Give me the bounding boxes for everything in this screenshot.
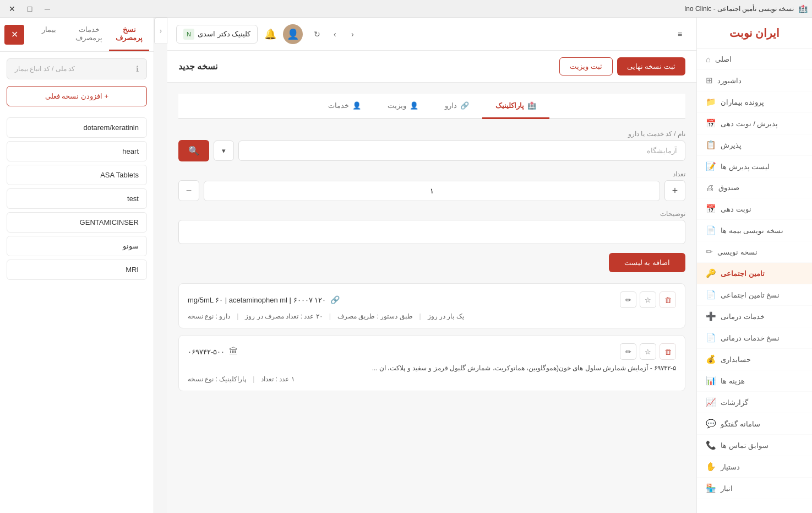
suggestion-item-1[interactable]: dotarem/keratinin bbox=[7, 117, 147, 138]
expenses-icon: 📊 bbox=[706, 376, 716, 386]
forward-button[interactable]: › bbox=[327, 26, 342, 42]
sidebar-label-expenses: هزینه ها bbox=[721, 377, 745, 385]
sidebar-item-treatment-services[interactable]: خدمات درمانی ➕ bbox=[697, 306, 812, 327]
list-accept-icon: 📝 bbox=[706, 161, 716, 171]
collapse-sidebar-button[interactable]: ≡ bbox=[672, 26, 688, 42]
prescription-write-icon: ✏ bbox=[706, 247, 713, 257]
suggestion-item-3[interactable]: ASA Tablets bbox=[7, 165, 147, 185]
sidebar-item-accounting[interactable]: حسابداری 💰 bbox=[697, 349, 812, 370]
sidebar-header: ایران نوبت bbox=[697, 18, 812, 49]
sidebar-label-social-insurance: تامین اجتماعی bbox=[721, 269, 765, 278]
right-panel: نسخ پرمصرف خدمات پرمصرف بیمار ✕ ℹ کد ملی… bbox=[0, 18, 154, 513]
sidebar-item-expenses[interactable]: هزینه ها 📊 bbox=[697, 370, 812, 392]
tab-drug[interactable]: 🔗 دارو bbox=[432, 94, 482, 119]
tab-paraclinic-label: پاراکلینیک bbox=[495, 101, 524, 110]
register-final-button[interactable]: ثبت نسخه نهایی bbox=[617, 57, 685, 75]
sidebar-item-social-insurance[interactable]: تامین اجتماعی 🔑 bbox=[697, 263, 812, 284]
delete-item-1-button[interactable]: 🗑 bbox=[660, 291, 676, 308]
notification-button[interactable]: 🔔 bbox=[264, 28, 276, 40]
desc-field-label: توضیحات bbox=[178, 210, 685, 218]
favorite-item-2-button[interactable]: ☆ bbox=[640, 343, 656, 360]
suggestion-item-6[interactable]: سونو bbox=[7, 236, 147, 256]
sidebar-label-anbar: انبار bbox=[721, 484, 733, 493]
count-input[interactable] bbox=[204, 181, 660, 201]
contacts-icon: 📞 bbox=[706, 440, 716, 450]
sidebar-item-reception[interactable]: پذیرش / نوبت دهی 📅 bbox=[697, 113, 812, 134]
sidebar-label-treatment-prescription: نسخ خدمات درمانی bbox=[721, 334, 780, 342]
search-row: ▾ 🔍 bbox=[178, 140, 685, 161]
sidebar-item-contacts[interactable]: سوابق تماس ها 📞 bbox=[697, 435, 812, 456]
sidebar-item-home[interactable]: اصلی ⌂ bbox=[697, 49, 812, 70]
collapse-right-panel-button[interactable]: ‹ bbox=[154, 18, 167, 44]
tabs-row: 🏥 پاراکلینیک 🔗 دارو 👤 ویزیت 👤 خدمات bbox=[178, 94, 685, 119]
sidebar-item-reports[interactable]: گزارشات 📈 bbox=[697, 392, 812, 413]
count-minus-button[interactable]: − bbox=[178, 180, 199, 201]
refresh-button[interactable]: ↻ bbox=[309, 26, 325, 42]
tab-visit[interactable]: 👤 ویزیت bbox=[374, 94, 432, 119]
right-tab-consumed-services[interactable]: خدمات پرمصرف bbox=[69, 18, 109, 51]
sidebar-item-prescription-insurance[interactable]: نسخه نویسی بیمه ها 📄 bbox=[697, 220, 812, 241]
sidebar-item-patients[interactable]: پرونده بیماران 📁 bbox=[697, 91, 812, 113]
accept-icon: 📋 bbox=[706, 140, 716, 150]
action-bar: ثبت نسخه نهایی ثبت ویزیت نسخه جدید bbox=[167, 51, 696, 83]
suggestion-item-5[interactable]: GENTAMICINSER bbox=[7, 212, 147, 233]
sidebar-item-list-accept[interactable]: لیست پذیرش ها 📝 bbox=[697, 156, 812, 177]
sidebar: ایران نوبت اصلی ⌂ داشبورد ⊞ پرونده بیمار… bbox=[696, 18, 812, 513]
close-button[interactable]: ✕ bbox=[4, 3, 20, 15]
count-plus-button[interactable]: + bbox=[664, 180, 685, 201]
sidebar-item-cash[interactable]: صندوق 🖨 bbox=[697, 177, 812, 198]
count-field-label: تعداد bbox=[178, 170, 685, 178]
clinic-selector[interactable]: کلینیک دکتر اسدی N bbox=[176, 25, 258, 44]
right-tab-patient[interactable]: بیمار bbox=[29, 18, 69, 51]
sidebar-item-accept[interactable]: پذیرش 📋 bbox=[697, 134, 812, 156]
delete-item-2-button[interactable]: 🗑 bbox=[660, 343, 676, 360]
suggestion-item-4[interactable]: test bbox=[7, 188, 147, 209]
favorite-item-1-button[interactable]: ☆ bbox=[640, 291, 656, 308]
sidebar-item-appointment[interactable]: نوبت دهی 📅 bbox=[697, 198, 812, 220]
cash-icon: 🖨 bbox=[706, 183, 714, 192]
right-panel-close-button[interactable]: ✕ bbox=[4, 25, 24, 45]
back-button[interactable]: ‹ bbox=[345, 26, 360, 42]
search-button[interactable]: 🔍 bbox=[178, 140, 209, 161]
add-to-list-button[interactable]: اضافه به لیست bbox=[609, 253, 685, 272]
item-2-type: پاراکلینیک : نوع نسخه bbox=[188, 375, 246, 383]
sidebar-label-reports: گزارشات bbox=[721, 398, 748, 407]
appointment-icon: 📅 bbox=[706, 204, 716, 214]
desc-input[interactable] bbox=[178, 220, 685, 244]
sidebar-label-contacts: سوابق تماس ها bbox=[721, 441, 769, 450]
info-icon: ℹ bbox=[136, 64, 139, 73]
sidebar-item-social-prescription[interactable]: نسخ تامین اجتماعی 📄 bbox=[697, 284, 812, 306]
sidebar-label-home: اصلی bbox=[715, 55, 732, 63]
tab-paraclinic[interactable]: 🏥 پاراکلینیک bbox=[482, 94, 549, 119]
prescription-insurance-icon: 📄 bbox=[706, 225, 716, 235]
patient-id-placeholder: کد ملی / کد اتباع بیمار bbox=[15, 65, 75, 73]
search-input[interactable] bbox=[238, 141, 685, 161]
topnav: ≡ ‹ › ↻ 👤 🔔 کلینیک دکتر اسدی N bbox=[167, 18, 696, 51]
item-1-usage: یک بار در روز bbox=[428, 312, 464, 320]
user-avatar[interactable]: 👤 bbox=[283, 24, 303, 44]
sidebar-item-treatment-prescription[interactable]: نسخ خدمات درمانی 📄 bbox=[697, 327, 812, 349]
tab-visit-label: ویزیت bbox=[388, 101, 406, 110]
register-visit-button[interactable]: ثبت ویزیت bbox=[559, 57, 613, 75]
sidebar-item-prescription-write[interactable]: نسخه نویسی ✏ bbox=[697, 241, 812, 263]
item-1-link-icon[interactable]: 🔗 bbox=[330, 295, 340, 304]
sidebar-item-assistant[interactable]: دستیار ✋ bbox=[697, 456, 812, 478]
maximize-button[interactable]: □ bbox=[22, 3, 37, 15]
reception-icon: 📅 bbox=[706, 118, 716, 128]
suggestion-item-7[interactable]: MRI bbox=[7, 260, 147, 280]
suggestion-item-2[interactable]: heart bbox=[7, 141, 147, 161]
add-prescription-button[interactable]: + افزودن نسخه فعلی bbox=[7, 86, 147, 106]
right-tab-consumed-prescriptions[interactable]: نسخ پرمصرف bbox=[109, 18, 149, 51]
sidebar-item-dashboard[interactable]: داشبورد ⊞ bbox=[697, 70, 812, 91]
patients-icon: 📁 bbox=[706, 97, 716, 107]
clinic-icon: N bbox=[183, 29, 194, 40]
assistant-icon: ✋ bbox=[706, 462, 716, 472]
minimize-button[interactable]: ─ bbox=[40, 3, 55, 15]
dropdown-button[interactable]: ▾ bbox=[214, 141, 234, 161]
tab-services[interactable]: 👤 خدمات bbox=[315, 94, 374, 119]
sidebar-item-messaging[interactable]: سامانه گفتگو 💬 bbox=[697, 413, 812, 435]
edit-item-1-button[interactable]: ✏ bbox=[620, 291, 636, 308]
sidebar-item-anbar[interactable]: انبار 🏪 bbox=[697, 478, 812, 499]
treatment-services-icon: ➕ bbox=[706, 311, 716, 321]
edit-item-2-button[interactable]: ✏ bbox=[620, 343, 636, 360]
